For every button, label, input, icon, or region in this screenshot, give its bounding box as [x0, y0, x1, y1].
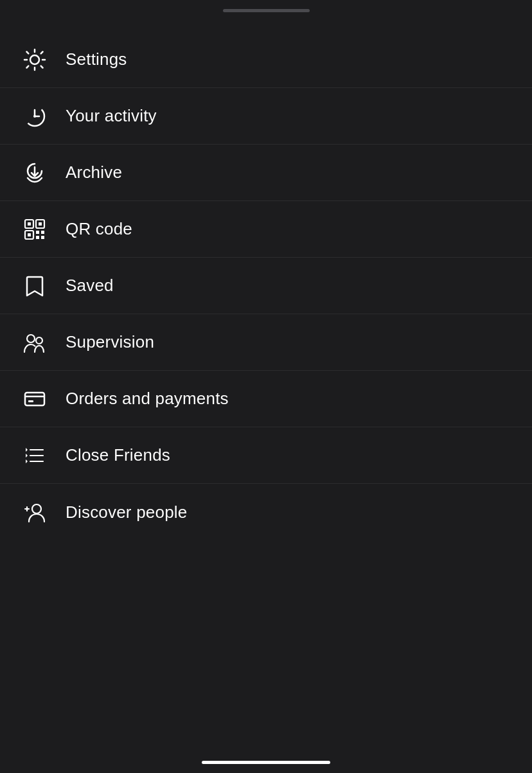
svg-rect-11	[28, 233, 31, 236]
home-indicator	[202, 761, 330, 764]
menu-label-close-friends: Close Friends	[66, 445, 170, 465]
menu-item-your-activity[interactable]: Your activity	[0, 88, 532, 145]
discover-icon	[18, 495, 51, 529]
menu-label-discover-people: Discover people	[66, 502, 187, 522]
svg-rect-13	[41, 231, 44, 234]
payments-icon	[18, 382, 51, 416]
svg-point-17	[36, 337, 42, 344]
menu-label-orders-and-payments: Orders and payments	[66, 389, 229, 409]
svg-rect-20	[28, 400, 33, 402]
menu-label-archive: Archive	[66, 163, 122, 182]
drag-handle	[223, 9, 310, 12]
svg-rect-14	[36, 236, 39, 239]
supervision-icon	[18, 326, 51, 359]
menu-label-qr-code: QR code	[66, 219, 132, 239]
close-friends-icon	[18, 439, 51, 472]
svg-marker-25	[26, 454, 28, 458]
menu-list: Settings Your activity Archive	[0, 31, 532, 540]
menu-item-discover-people[interactable]: Discover people	[0, 484, 532, 540]
menu-item-saved[interactable]: Saved	[0, 258, 532, 314]
svg-rect-15	[41, 236, 44, 239]
menu-label-your-activity: Your activity	[66, 106, 157, 126]
menu-item-qr-code[interactable]: QR code	[0, 201, 532, 258]
svg-point-0	[30, 55, 39, 64]
menu-item-settings[interactable]: Settings	[0, 31, 532, 88]
menu-item-supervision[interactable]: Supervision	[0, 314, 532, 371]
svg-rect-12	[36, 231, 39, 234]
gear-icon	[18, 43, 51, 76]
menu-item-close-friends[interactable]: Close Friends	[0, 427, 532, 484]
archive-icon	[18, 156, 51, 190]
menu-item-archive[interactable]: Archive	[0, 145, 532, 201]
svg-rect-9	[39, 222, 42, 226]
saved-icon	[18, 269, 51, 303]
menu-item-orders-and-payments[interactable]: Orders and payments	[0, 371, 532, 427]
svg-point-4	[33, 115, 36, 118]
menu-label-saved: Saved	[66, 276, 114, 296]
qr-icon	[18, 213, 51, 246]
svg-marker-24	[26, 448, 28, 452]
menu-label-supervision: Supervision	[66, 332, 154, 352]
svg-point-16	[27, 335, 35, 342]
svg-rect-18	[25, 393, 44, 405]
svg-marker-26	[26, 459, 28, 463]
svg-point-27	[32, 504, 41, 513]
menu-label-settings: Settings	[66, 49, 127, 69]
svg-rect-7	[28, 222, 31, 226]
activity-icon	[18, 100, 51, 133]
